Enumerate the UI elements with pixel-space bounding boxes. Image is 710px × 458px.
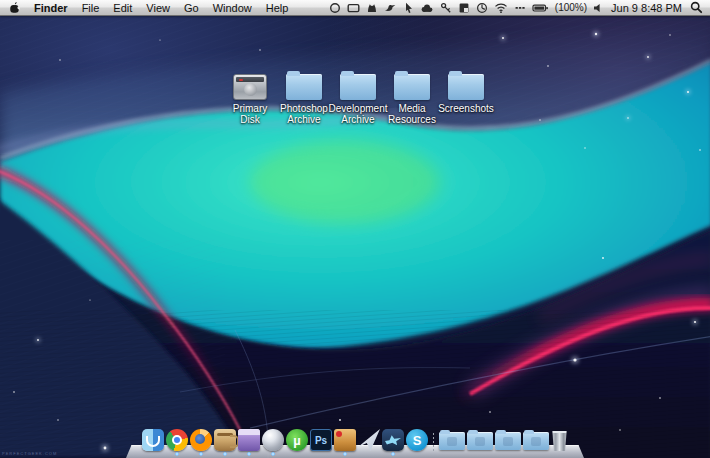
desktop-icon-media-resources[interactable]: Media Resources <box>385 71 439 125</box>
dock-skype-icon[interactable]: S <box>406 429 428 451</box>
running-indicator <box>223 452 227 456</box>
desktop-icon-label: Photoshop Archive <box>277 103 331 125</box>
desktop-icon-label: Media Resources <box>385 103 439 125</box>
spaces-dots-icon[interactable] <box>514 0 526 16</box>
running-indicator <box>175 452 179 456</box>
menu-go[interactable]: Go <box>184 0 199 16</box>
owl-icon[interactable] <box>366 0 378 16</box>
desktop-icon-label: Primary Disk <box>223 103 277 125</box>
folder-icon <box>448 74 484 100</box>
menu-app-name[interactable]: Finder <box>34 2 68 14</box>
key-icon[interactable] <box>440 0 452 16</box>
wallpaper <box>0 0 710 458</box>
display-icon[interactable] <box>347 0 360 16</box>
menu-edit[interactable]: Edit <box>113 0 132 16</box>
running-indicator <box>271 452 275 456</box>
dock-utorrent-icon[interactable]: µ <box>286 429 308 451</box>
dock-folder-1-icon[interactable] <box>439 432 465 450</box>
wifi-icon[interactable] <box>494 0 508 16</box>
dock-coffee-cup-app-icon[interactable] <box>214 429 236 451</box>
dock-quicksilver-icon[interactable] <box>262 429 284 451</box>
sync-circle-icon[interactable] <box>329 0 341 16</box>
running-indicator <box>343 452 347 456</box>
dock-finder-icon[interactable] <box>142 429 164 451</box>
mac-desktop: PERFECTGEEK.COM Finder File Edit View Go… <box>0 0 710 458</box>
desktop-icon-label: Screenshots <box>438 103 494 114</box>
apple-menu-icon[interactable] <box>9 0 20 16</box>
folder-icon <box>286 74 322 100</box>
battery-percentage: (100%) <box>555 2 587 13</box>
dock-firefox-icon[interactable] <box>190 429 212 451</box>
volume-icon[interactable] <box>593 0 603 16</box>
dock-folder-3-icon[interactable] <box>495 432 521 450</box>
desktop-icon-development-archive[interactable]: Development Archive <box>331 71 385 125</box>
menu-bar: Finder File Edit View Go Window Help <box>0 0 710 16</box>
folder-icon <box>394 74 430 100</box>
running-indicator <box>199 452 203 456</box>
cloud-icon[interactable] <box>420 0 434 16</box>
running-indicator <box>391 452 395 456</box>
wallpaper-watermark: PERFECTGEEK.COM <box>2 451 57 456</box>
world-clock-icon[interactable] <box>476 0 488 16</box>
menu-window[interactable]: Window <box>213 0 252 16</box>
menu-help[interactable]: Help <box>266 0 289 16</box>
desktop-icon-primary-disk[interactable]: Primary Disk <box>223 71 277 125</box>
dock-photoshop-icon[interactable]: Ps <box>310 429 332 451</box>
desktop-icon-label: Development Archive <box>329 103 388 125</box>
cursor-arrow-icon[interactable] <box>403 0 414 16</box>
folder-icon <box>340 74 376 100</box>
desktop-icon-row: Primary Disk Photoshop Archive Developme… <box>223 71 493 125</box>
menu-view[interactable]: View <box>146 0 170 16</box>
twitter-bird-icon[interactable] <box>384 0 397 16</box>
dock-twitter-app-icon[interactable] <box>382 429 404 451</box>
dock-separator <box>430 431 437 451</box>
running-indicator <box>247 452 251 456</box>
battery-icon[interactable] <box>532 0 549 16</box>
window-grid-icon[interactable] <box>458 0 470 16</box>
hard-drive-icon <box>233 74 267 100</box>
dock-package-box-app-icon[interactable] <box>334 429 356 451</box>
menu-clock[interactable]: Jun 9 8:48 PM <box>609 2 684 14</box>
dock: µ Ps S <box>132 427 578 458</box>
desktop-icon-screenshots[interactable]: Screenshots <box>439 71 493 125</box>
menu-file[interactable]: File <box>82 0 100 16</box>
spotlight-icon[interactable] <box>690 0 703 16</box>
desktop-icon-photoshop-archive[interactable]: Photoshop Archive <box>277 71 331 125</box>
dock-folder-2-icon[interactable] <box>467 432 493 450</box>
dock-purple-box-app-icon[interactable] <box>238 429 260 451</box>
dock-folder-4-icon[interactable] <box>523 432 549 450</box>
dock-chrome-icon[interactable] <box>166 429 188 451</box>
